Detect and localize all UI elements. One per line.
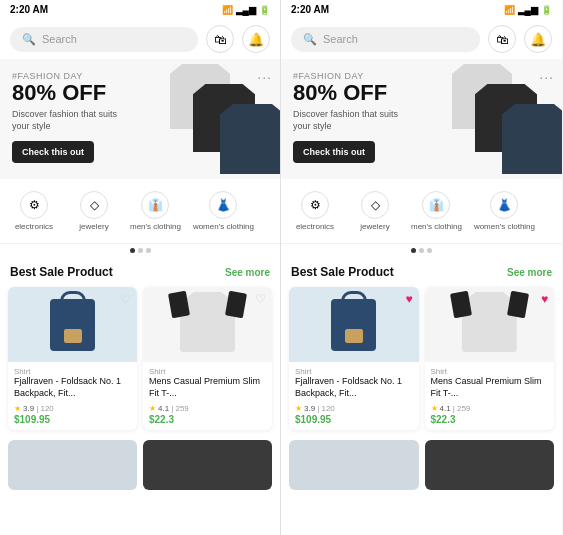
product-card-shirt-left[interactable]: ♡ Shirt Mens Casual Premium Slim Fit T-.… xyxy=(143,287,272,430)
product-card-shirt-right[interactable]: ♥ Shirt Mens Casual Premium Slim Fit T-.… xyxy=(425,287,555,430)
rating-value-bag-left: 3.9 xyxy=(23,404,34,413)
electronics-icon-right: ⚙ xyxy=(301,191,329,219)
categories-right: ⚙ electronics ◇ jewelery 👔 men's clothin… xyxy=(281,179,562,244)
category-mens-right[interactable]: 👔 men's clothing xyxy=(405,187,468,235)
product-info-bag-left: Shirt Fjallraven - Foldsack No. 1 Backpa… xyxy=(8,362,137,430)
bell-button-right[interactable]: 🔔 xyxy=(524,25,552,53)
shirt-sleeve-right-1 xyxy=(450,291,472,319)
product-type-shirt-right: Shirt xyxy=(431,367,549,376)
category-womens-left[interactable]: 👗 women's clothing xyxy=(187,187,260,235)
shirt-sleeve-left-1 xyxy=(168,291,190,319)
heart-icon-bag-left[interactable]: ♡ xyxy=(120,292,131,306)
battery-icon-right: 🔋 xyxy=(541,5,552,15)
shirt-dark2-right xyxy=(502,104,562,174)
category-jewelery-right[interactable]: ◇ jewelery xyxy=(345,187,405,235)
product-info-shirt-left: Shirt Mens Casual Premium Slim Fit T-...… xyxy=(143,362,272,430)
product-type-bag-right: Shirt xyxy=(295,367,413,376)
product-price-bag-left: $109.95 xyxy=(14,414,131,425)
status-icons-right: 📶 ▂▄▆ 🔋 xyxy=(504,5,552,15)
see-more-right[interactable]: See more xyxy=(507,267,552,278)
star-icon-shirt-left: ★ xyxy=(149,404,156,413)
banner-more-left[interactable]: ··· xyxy=(257,69,272,85)
category-mens-left[interactable]: 👔 men's clothing xyxy=(124,187,187,235)
category-electronics-left[interactable]: ⚙ electronics xyxy=(4,187,64,235)
mini-card-2-right[interactable] xyxy=(425,440,555,490)
section-title-left: Best Sale Product xyxy=(10,265,113,279)
rating-count-bag-left: | 120 xyxy=(36,404,54,413)
category-womens-right[interactable]: 👗 women's clothing xyxy=(468,187,541,235)
dot-2-right xyxy=(419,248,424,253)
womens-label-left: women's clothing xyxy=(193,222,254,231)
jewelery-label-left: jewelery xyxy=(79,222,108,231)
search-icon-right: 🔍 xyxy=(303,33,317,46)
banner-button-left[interactable]: Check this out xyxy=(12,141,94,163)
cart-button-right[interactable]: 🛍 xyxy=(488,25,516,53)
bag-illustration-right xyxy=(331,299,376,351)
mini-card-1-right[interactable] xyxy=(289,440,419,490)
womens-label-right: women's clothing xyxy=(474,222,535,231)
product-price-bag-right: $109.95 xyxy=(295,414,413,425)
search-icon-left: 🔍 xyxy=(22,33,36,46)
banner-desc-left: Discover fashion that suits your style xyxy=(12,109,122,132)
shirt-product-right xyxy=(462,292,517,357)
jewelery-label-right: jewelery xyxy=(360,222,389,231)
search-input-right[interactable]: 🔍 Search xyxy=(291,27,480,52)
dot-1-left xyxy=(130,248,135,253)
search-placeholder-right: Search xyxy=(323,33,358,45)
mens-icon-left: 👔 xyxy=(141,191,169,219)
banner-more-right[interactable]: ··· xyxy=(539,69,554,85)
cart-button-left[interactable]: 🛍 xyxy=(206,25,234,53)
category-jewelery-left[interactable]: ◇ jewelery xyxy=(64,187,124,235)
heart-icon-shirt-right[interactable]: ♥ xyxy=(541,292,548,306)
product-name-bag-left: Fjallraven - Foldsack No. 1 Backpack, Fi… xyxy=(14,376,131,402)
product-img-bag-left: ♡ xyxy=(8,287,137,362)
rating-count-bag-right: | 120 xyxy=(317,404,335,413)
section-header-right: Best Sale Product See more xyxy=(281,257,562,283)
rating-value-shirt-right: 4.1 xyxy=(440,404,451,413)
product-info-bag-right: Shirt Fjallraven - Foldsack No. 1 Backpa… xyxy=(289,362,419,430)
banner-button-right[interactable]: Check this out xyxy=(293,141,375,163)
jewelery-icon-left: ◇ xyxy=(80,191,108,219)
shirt-sleeve-right-2 xyxy=(507,291,529,319)
bell-button-left[interactable]: 🔔 xyxy=(242,25,270,53)
time-left: 2:20 AM xyxy=(10,4,48,15)
search-input-left[interactable]: 🔍 Search xyxy=(10,27,198,52)
product-card-bag-left[interactable]: ♡ Shirt Fjallraven - Foldsack No. 1 Back… xyxy=(8,287,137,430)
signal-icon: ▂▄▆ xyxy=(236,5,256,15)
status-icons-left: 📶 ▂▄▆ 🔋 xyxy=(222,5,270,15)
electronics-label-left: electronics xyxy=(15,222,53,231)
status-bar-right: 2:20 AM 📶 ▂▄▆ 🔋 xyxy=(281,0,562,19)
left-screen: 2:20 AM 📶 ▂▄▆ 🔋 🔍 Search 🛍 🔔 #FASHION DA… xyxy=(0,0,281,535)
products-row-right: ♥ Shirt Fjallraven - Foldsack No. 1 Back… xyxy=(281,283,562,438)
more-products-right xyxy=(281,438,562,496)
electronics-icon-left: ⚙ xyxy=(20,191,48,219)
product-img-shirt-left: ♡ xyxy=(143,287,272,362)
header-icons-right: 🛍 🔔 xyxy=(488,25,552,53)
wifi-icon: 📶 xyxy=(222,5,233,15)
product-card-bag-right[interactable]: ♥ Shirt Fjallraven - Foldsack No. 1 Back… xyxy=(289,287,419,430)
signal-icon-right: ▂▄▆ xyxy=(518,5,538,15)
mens-icon-right: 👔 xyxy=(422,191,450,219)
rating-value-shirt-left: 4.1 xyxy=(158,404,169,413)
battery-icon: 🔋 xyxy=(259,5,270,15)
category-electronics-right[interactable]: ⚙ electronics xyxy=(285,187,345,235)
star-icon-bag-left: ★ xyxy=(14,404,21,413)
heart-icon-shirt-left[interactable]: ♡ xyxy=(255,292,266,306)
product-info-shirt-right: Shirt Mens Casual Premium Slim Fit T-...… xyxy=(425,362,555,430)
search-bar-left: 🔍 Search 🛍 🔔 xyxy=(0,19,280,59)
categories-left: ⚙ electronics ◇ jewelery 👔 men's clothin… xyxy=(0,179,280,244)
mini-card-1-left[interactable] xyxy=(8,440,137,490)
jewelery-icon-right: ◇ xyxy=(361,191,389,219)
mens-label-left: men's clothing xyxy=(130,222,181,231)
search-bar-right: 🔍 Search 🛍 🔔 xyxy=(281,19,562,59)
shirt-product-left xyxy=(180,292,235,357)
heart-icon-bag-right[interactable]: ♥ xyxy=(405,292,412,306)
see-more-left[interactable]: See more xyxy=(225,267,270,278)
rating-count-shirt-left: | 259 xyxy=(171,404,189,413)
bag-illustration-left xyxy=(50,299,95,351)
womens-icon-right: 👗 xyxy=(490,191,518,219)
mini-card-2-left[interactable] xyxy=(143,440,272,490)
product-img-bag-right: ♥ xyxy=(289,287,419,362)
rating-value-bag-right: 3.9 xyxy=(304,404,315,413)
electronics-label-right: electronics xyxy=(296,222,334,231)
